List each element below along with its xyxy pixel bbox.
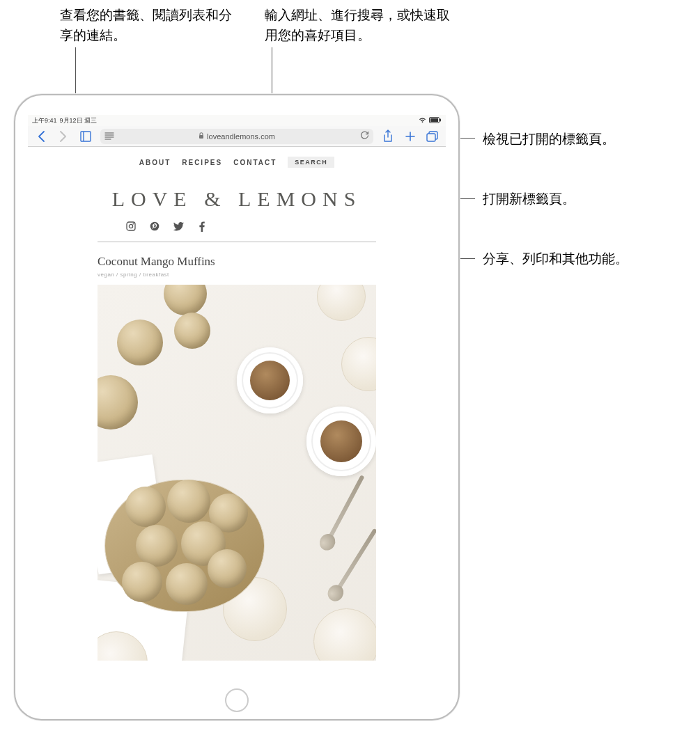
ipad-screen: 上午9:41 9月12日 週三	[28, 115, 446, 683]
nav-contact[interactable]: CONTACT	[233, 159, 277, 166]
forward-button[interactable]	[56, 129, 71, 144]
refresh-icon[interactable]	[360, 131, 369, 141]
nav-search[interactable]: SEARCH	[288, 157, 334, 168]
back-button[interactable]	[33, 129, 49, 144]
instagram-icon[interactable]	[125, 221, 137, 232]
post-title[interactable]: Coconut Mango Muffins	[28, 242, 446, 271]
reader-icon[interactable]	[104, 132, 114, 141]
site-title: LOVE & LEMONS	[28, 187, 446, 211]
svg-point-7	[129, 224, 132, 228]
twitter-icon[interactable]	[173, 221, 184, 232]
callout-share: 分享、列印和其他功能。	[483, 249, 692, 269]
svg-rect-2	[440, 118, 442, 121]
webpage-content: ABOUT RECIPES CONTACT SEARCH LOVE & LEMO…	[28, 147, 446, 683]
nav-about[interactable]: ABOUT	[139, 159, 171, 166]
callout-bookmarks: 查看您的書籤、閱讀列表和分享的連結。	[60, 6, 241, 45]
status-date: 9月12日 週三	[60, 116, 98, 125]
nav-recipes[interactable]: RECIPES	[182, 159, 222, 166]
social-row	[28, 221, 446, 242]
new-tab-button[interactable]	[403, 129, 418, 144]
svg-rect-3	[199, 135, 203, 139]
url-text: loveandlemons.com	[207, 132, 275, 141]
lock-icon	[199, 132, 204, 141]
status-time: 上午9:41	[32, 116, 57, 125]
facebook-icon[interactable]	[196, 221, 208, 232]
home-button[interactable]	[225, 688, 249, 712]
url-bar[interactable]: loveandlemons.com	[100, 129, 373, 144]
bookmarks-button[interactable]	[78, 129, 93, 144]
share-button[interactable]	[380, 129, 396, 144]
site-nav: ABOUT RECIPES CONTACT SEARCH	[28, 147, 446, 175]
callout-newtab: 打開新標籤頁。	[483, 189, 692, 210]
callout-tabs: 檢視已打開的標籤頁。	[483, 129, 692, 150]
pinterest-icon[interactable]	[149, 221, 160, 232]
post-meta: vegan / spring / breakfast	[28, 271, 446, 285]
safari-toolbar: loveandlemons.com	[28, 126, 446, 147]
tabs-button[interactable]	[425, 129, 440, 144]
svg-rect-5	[427, 134, 435, 141]
svg-point-8	[133, 223, 134, 225]
wifi-icon	[419, 117, 426, 125]
callout-url: 輸入網址、進行搜尋，或快速取用您的喜好項目。	[265, 6, 460, 45]
post-image	[98, 285, 376, 661]
battery-icon	[429, 117, 442, 125]
ipad-device: 上午9:41 9月12日 週三	[14, 94, 460, 720]
svg-rect-6	[127, 222, 135, 230]
status-bar: 上午9:41 9月12日 週三	[28, 115, 446, 126]
svg-rect-1	[430, 118, 438, 122]
